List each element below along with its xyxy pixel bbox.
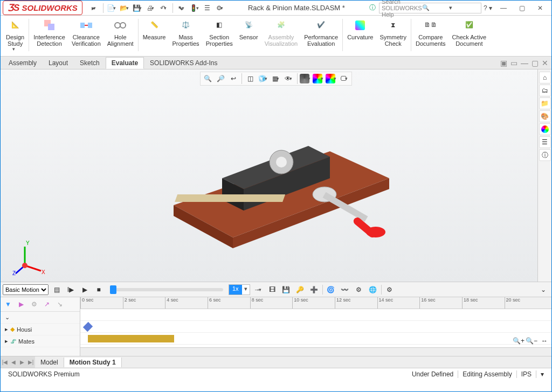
- view-orientation-icon[interactable]: 🧊▾: [257, 73, 269, 84]
- view-settings-icon[interactable]: ▾: [326, 73, 337, 84]
- help-info-icon[interactable]: ⓘ: [367, 2, 378, 14]
- zoom-fit-icon[interactable]: 🔍: [202, 73, 213, 84]
- ribbon-clearance-verification[interactable]: ClearanceVerification: [68, 17, 104, 48]
- track-housing[interactable]: [80, 321, 551, 333]
- filter-driving-icon[interactable]: ⚙: [28, 299, 40, 310]
- tab-nav-first-icon[interactable]: |◀: [1, 356, 9, 368]
- window-minimize-button[interactable]: —: [494, 1, 513, 16]
- timeline-scrubber[interactable]: [110, 288, 223, 291]
- axis-triad[interactable]: Y X Z: [11, 239, 49, 276]
- timeline-ruler[interactable]: 0 sec 2 sec 4 sec 6 sec 8 sec 10 sec 12 …: [80, 297, 551, 309]
- taskpane-view-palette-icon[interactable]: 🎨: [539, 110, 551, 122]
- taskpane-file-explorer-icon[interactable]: 📁: [539, 97, 551, 109]
- status-units[interactable]: IPS: [516, 370, 536, 378]
- timeline-h-scrollbar[interactable]: [80, 347, 551, 356]
- tabwin-minimize-icon[interactable]: —: [521, 59, 528, 67]
- search-icon[interactable]: 🔍: [422, 4, 451, 11]
- tree-expand-row[interactable]: ⌄: [1, 312, 80, 324]
- tab-nav-last-icon[interactable]: ▶|: [26, 356, 35, 368]
- ribbon-sensor[interactable]: 📡Sensor: [236, 17, 261, 41]
- stop-icon[interactable]: ■: [93, 284, 105, 295]
- ribbon-curvature[interactable]: Curvature: [344, 17, 376, 41]
- timeline-zoom-in-icon[interactable]: 🔍+: [513, 335, 525, 346]
- save-icon[interactable]: 💾▾: [132, 2, 144, 14]
- render-preview-icon[interactable]: 🖵▾: [339, 73, 350, 84]
- animation-wizard-icon[interactable]: 💾: [280, 284, 292, 295]
- taskpane-forum-icon[interactable]: ⓘ: [539, 149, 551, 161]
- display-style-icon[interactable]: ▦▾: [270, 73, 282, 84]
- play-from-start-icon[interactable]: I▶: [65, 284, 77, 295]
- zoom-area-icon[interactable]: 🔎: [215, 73, 226, 84]
- tabwin-icon1[interactable]: ▣: [500, 59, 507, 67]
- status-extra-icon[interactable]: ▾: [536, 370, 548, 378]
- ribbon-hole-alignment[interactable]: HoleAlignment: [104, 17, 137, 48]
- tab-solidworks-add-ins[interactable]: SOLIDWORKS Add-Ins: [144, 57, 223, 69]
- bottom-tab-motion-study-1[interactable]: Motion Study 1: [64, 358, 122, 367]
- gravity-icon[interactable]: 🌐: [367, 284, 379, 295]
- addkey-icon[interactable]: ➕: [308, 284, 320, 295]
- graphics-viewport[interactable]: 🔍 🔎 ↩ ◫ 🧊▾ ▦▾ 👁▾ ▾ ▾ ▾ 🖵▾: [1, 69, 551, 282]
- filter-results-icon[interactable]: ↘: [54, 299, 66, 310]
- play-icon[interactable]: ▶: [79, 284, 91, 295]
- ribbon-design-study[interactable]: 📐DesignStudy▾: [3, 17, 27, 53]
- apply-scene-icon[interactable]: ▾: [313, 73, 325, 84]
- motion-type-select[interactable]: Basic Motion: [3, 284, 49, 295]
- taskpane-appearances-icon[interactable]: [539, 123, 551, 135]
- spring-icon[interactable]: 〰️: [339, 284, 351, 295]
- select-cursor-icon[interactable]: ⬉▾: [176, 2, 188, 14]
- ribbon-mass-properties[interactable]: ⚖️MassProperties: [169, 17, 202, 48]
- changebar[interactable]: [88, 335, 174, 342]
- tab-layout[interactable]: Layout: [43, 57, 74, 69]
- motion-study-props-icon[interactable]: ⚙: [384, 284, 396, 295]
- tabwin-close-icon[interactable]: ✕: [542, 59, 548, 67]
- previous-view-icon[interactable]: ↩: [227, 73, 239, 84]
- ribbon-compare-documents[interactable]: 🗎🗎CompareDocuments: [412, 17, 449, 48]
- section-view-icon[interactable]: ◫: [244, 73, 256, 84]
- ribbon-measure[interactable]: 📏Measure: [140, 17, 169, 41]
- save-animation-icon[interactable]: 🎞: [266, 284, 278, 295]
- filter-icon[interactable]: ▼: [2, 299, 14, 310]
- taskpane-custom-props-icon[interactable]: ☰: [539, 136, 551, 148]
- timeline-zoom-fit-icon[interactable]: ↔: [539, 335, 550, 346]
- help-search-input[interactable]: Search SOLIDWORKS Help 🔍▾: [379, 3, 481, 13]
- ribbon-interference-detection[interactable]: InterferenceDetection: [30, 17, 68, 48]
- track-mates[interactable]: [80, 333, 551, 345]
- motor-icon[interactable]: 🌀: [325, 284, 337, 295]
- traffic-light-icon[interactable]: ▾: [189, 2, 201, 14]
- tabwin-icon2[interactable]: ▭: [510, 59, 518, 67]
- filter-animated-icon[interactable]: ▶: [15, 299, 27, 310]
- filter-selected-icon[interactable]: ↗: [41, 299, 53, 310]
- collapse-motion-icon[interactable]: ⌄: [537, 284, 549, 295]
- window-restore-button[interactable]: ▢: [513, 1, 531, 16]
- tab-assembly[interactable]: Assembly: [3, 57, 43, 69]
- tab-sketch[interactable]: Sketch: [74, 57, 106, 69]
- undo-icon[interactable]: ↶▾: [158, 2, 170, 14]
- ribbon-performance-evaluation[interactable]: ✔️PerformanceEvaluation: [301, 17, 341, 48]
- taskpane-home-icon[interactable]: ⌂: [539, 72, 551, 83]
- tree-item-housing[interactable]: ▸◆ Housi: [1, 324, 80, 335]
- options-list-icon[interactable]: ☰: [202, 2, 213, 14]
- ribbon-symmetry-check[interactable]: ⧗SymmetryCheck: [376, 17, 410, 48]
- timeline-tracks[interactable]: 0 sec 2 sec 4 sec 6 sec 8 sec 10 sec 12 …: [80, 297, 551, 356]
- tabwin-restore-icon[interactable]: ▢: [532, 59, 539, 67]
- new-file-icon[interactable]: 📄▾: [106, 2, 118, 14]
- contact-icon[interactable]: ⚙: [353, 284, 365, 295]
- taskpane-library-icon[interactable]: 🗂: [539, 85, 551, 96]
- edit-appearance-icon[interactable]: ▾: [300, 73, 312, 84]
- ribbon-check-active-document[interactable]: ✅Check ActiveDocument: [449, 17, 490, 48]
- window-close-button[interactable]: ✕: [531, 1, 549, 16]
- timeline-zoom-out-icon[interactable]: 🔍−: [526, 335, 537, 346]
- playback-speed-select[interactable]: 1x▾: [229, 284, 250, 295]
- calculate-icon[interactable]: ▤: [51, 284, 63, 295]
- open-file-icon[interactable]: 📂▾: [119, 2, 131, 14]
- autokey-icon[interactable]: 🔑: [294, 284, 306, 295]
- ribbon-section-properties[interactable]: ◧SectionProperties: [203, 17, 236, 48]
- keyframe-marker[interactable]: [83, 322, 93, 332]
- tab-evaluate[interactable]: Evaluate: [106, 57, 144, 69]
- print-icon[interactable]: 🖨▾: [145, 2, 157, 14]
- menu-dropdown-icon[interactable]: ▸▾: [88, 2, 100, 14]
- help-question-icon[interactable]: ? ▾: [482, 2, 494, 14]
- bottom-tab-model[interactable]: Model: [35, 358, 64, 367]
- tree-item-mates[interactable]: ▸🖇 Mates: [1, 335, 80, 347]
- loop-icon[interactable]: →▾: [252, 284, 264, 295]
